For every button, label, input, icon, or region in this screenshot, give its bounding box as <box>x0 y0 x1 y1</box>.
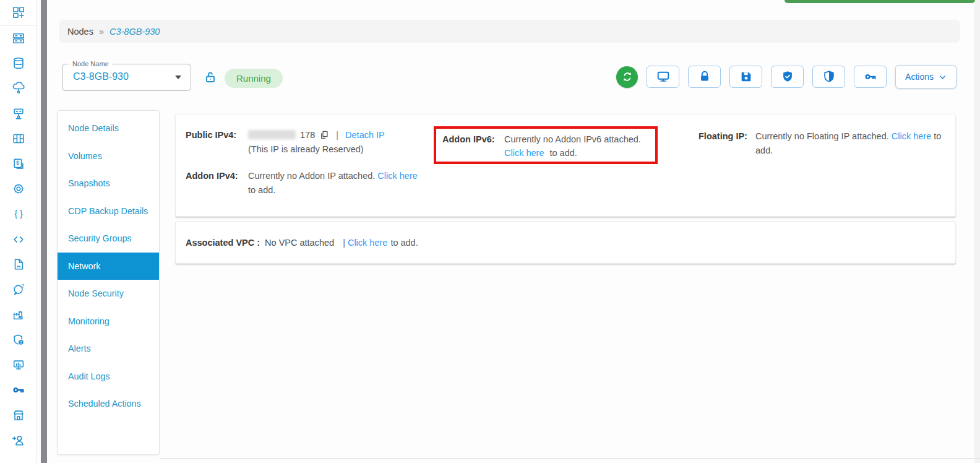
node-toolbar: Actions <box>616 65 956 89</box>
public-ipv4-label: Public IPv4: <box>186 128 248 142</box>
database-icon[interactable] <box>0 51 37 76</box>
nodes-icon[interactable] <box>0 26 37 51</box>
code-icon[interactable] <box>0 227 37 252</box>
ip-reserved-note: (This IP is already Reserved) <box>248 142 364 157</box>
breadcrumb: Nodes » C3-8GB-930 <box>59 20 960 43</box>
lock-icon <box>698 70 711 84</box>
more-partial-icon[interactable] <box>0 453 37 463</box>
addon-ipv4-label: Addon IPv4: <box>186 169 248 197</box>
detach-ip-link[interactable]: Detach IP <box>345 130 385 140</box>
nav-item-node-details[interactable]: Node Details <box>58 115 159 142</box>
nav-item-security-groups[interactable]: Security Groups <box>58 225 159 253</box>
vpc-link-suffix: to add. <box>390 238 418 248</box>
breadcrumb-separator: » <box>99 27 104 37</box>
nav-item-node-security[interactable]: Node Security <box>58 280 159 308</box>
addon-ipv4-click-here-link[interactable]: Click here <box>377 171 417 181</box>
shield-user-icon[interactable] <box>0 327 37 353</box>
add-user-icon[interactable] <box>0 428 37 453</box>
addon-ipv4-section: Addon IPv4: Currently no Addon IP attach… <box>186 169 424 197</box>
actions-button-label: Actions <box>905 72 934 82</box>
server-network-icon[interactable] <box>0 101 37 126</box>
ip-suffix: 178 <box>300 130 315 140</box>
breadcrumb-root[interactable]: Nodes <box>67 27 93 37</box>
unlock-icon <box>203 69 218 85</box>
billing-icon[interactable]: $ <box>0 152 37 177</box>
public-ipv4-value: 178 | Detach IP <box>248 128 385 142</box>
image-file-icon[interactable] <box>0 252 37 277</box>
nav-item-audit-logs[interactable]: Audit Logs <box>58 363 159 391</box>
dashboard-icon[interactable] <box>0 0 37 26</box>
floating-ip-section: Floating IP: Currently no Floating IP at… <box>698 129 951 158</box>
associated-vpc-value: No VPC attached <box>265 238 334 248</box>
node-name-value: C3-8GB-930 <box>73 64 129 89</box>
svg-text:{ }: { } <box>14 209 22 219</box>
node-detail-nav: Node Details Volumes Snapshots CDP Backu… <box>57 110 160 455</box>
public-ipv4-section: Public IPv4: 178 | Detach IP (This IP is… <box>186 128 424 197</box>
svg-text:$: $ <box>16 160 19 166</box>
chevron-down-icon <box>939 73 947 81</box>
addon-ipv6-text: Currently no Addon IPv6 attached. Click … <box>504 132 641 162</box>
addon-ipv6-annotation-box: Addon IPv6: Currently no Addon IPv6 atta… <box>434 126 658 164</box>
marketplace-icon[interactable] <box>0 403 37 428</box>
monitor-icon <box>656 70 670 84</box>
json-braces-icon[interactable]: { } <box>0 202 37 227</box>
separator: | <box>336 130 338 140</box>
floating-ip-label: Floating IP: <box>698 129 755 158</box>
chevron-down-icon <box>175 76 181 79</box>
save-image-button[interactable] <box>729 66 762 88</box>
settings-icon[interactable] <box>0 176 37 202</box>
associated-vpc-card: Associated VPC : No VPC attached | Click… <box>175 221 956 264</box>
refresh-icon <box>621 70 634 84</box>
security-shield-button[interactable] <box>812 66 845 88</box>
security-check-button[interactable] <box>771 66 804 88</box>
cloud-network-icon[interactable] <box>0 76 37 102</box>
toast-notification-edge <box>784 0 975 3</box>
ssh-key-button[interactable] <box>854 66 887 88</box>
nav-item-volumes[interactable]: Volumes <box>58 142 159 170</box>
network-ip-card: Public IPv4: 178 | Detach IP (This IP is… <box>175 114 956 217</box>
shield-check-icon <box>781 70 794 84</box>
breadcrumb-current: C3-8GB-930 <box>110 27 160 37</box>
floating-ip-text: Currently no Floating IP attached. Click… <box>755 129 951 158</box>
addon-ipv6-click-here-link[interactable]: Click here <box>504 148 544 158</box>
console-button[interactable] <box>647 66 679 88</box>
nav-item-scheduled-actions[interactable]: Scheduled Actions <box>58 390 159 418</box>
refresh-button[interactable] <box>616 66 638 88</box>
nav-item-network[interactable]: Network <box>58 253 159 280</box>
nav-item-cdp-backup-details[interactable]: CDP Backup Details <box>58 197 159 225</box>
copy-icon[interactable] <box>319 130 329 140</box>
page-scroll-track[interactable] <box>974 0 980 463</box>
ssh-key-icon[interactable] <box>0 378 37 403</box>
monitor-chart-icon[interactable] <box>0 352 37 378</box>
support-chat-icon[interactable]: ? <box>0 277 37 303</box>
vpc-click-here-link[interactable]: Click here <box>348 238 387 248</box>
lock-node-button[interactable] <box>688 66 721 88</box>
node-name-select[interactable]: Node Name C3-8GB-930 <box>62 64 191 91</box>
shield-half-icon <box>822 70 836 84</box>
associated-vpc-label: Associated VPC : <box>186 238 260 248</box>
floating-ip-click-here-link[interactable]: Click here <box>892 131 931 141</box>
nav-item-monitoring[interactable]: Monitoring <box>58 308 159 335</box>
nav-item-snapshots[interactable]: Snapshots <box>58 170 159 197</box>
icon-sidebar: $ { } ? <box>0 0 37 463</box>
separator: | <box>343 238 345 248</box>
sidebar-scrollbar[interactable] <box>41 0 47 463</box>
status-badge: Running <box>225 69 283 88</box>
svg-text:?: ? <box>21 283 24 289</box>
save-icon <box>739 70 753 84</box>
addon-ipv6-label: Addon IPv6: <box>442 132 504 162</box>
actions-button[interactable]: Actions <box>895 65 956 89</box>
redacted-ip <box>248 130 296 139</box>
factory-icon[interactable] <box>0 302 37 327</box>
bottom-divider <box>160 458 980 459</box>
addon-ipv4-text: Currently no Addon IP attached. Click he… <box>248 169 424 197</box>
containers-icon[interactable] <box>0 126 37 152</box>
key-icon <box>864 70 877 84</box>
nav-item-alerts[interactable]: Alerts <box>58 335 159 363</box>
